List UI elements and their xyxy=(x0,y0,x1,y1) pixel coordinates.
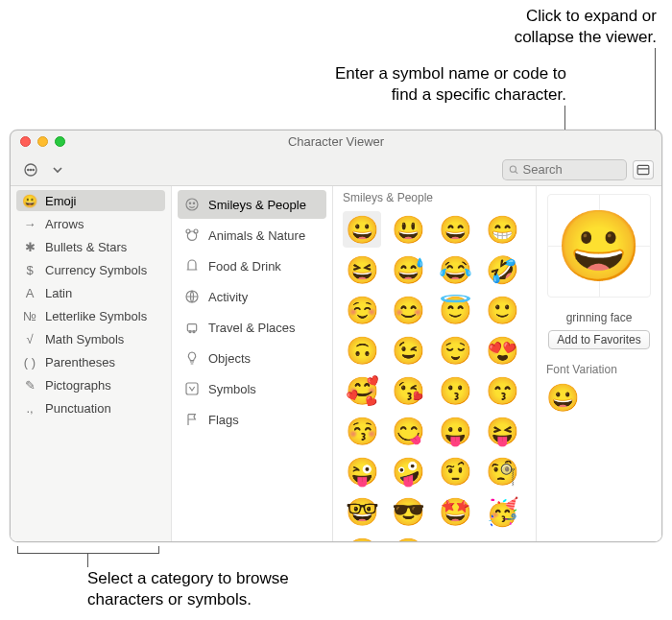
objects-icon xyxy=(183,349,201,367)
sidebar-item-icon: A xyxy=(22,285,37,300)
sidebar-item-emoji[interactable]: 😀Emoji xyxy=(16,190,165,211)
emoji-cell[interactable]: 🤨 xyxy=(437,453,475,489)
sidebar-item-label: Math Symbols xyxy=(45,332,124,346)
subcategory-item-smileys-people[interactable]: Smileys & People xyxy=(178,190,326,219)
emoji-preview: 😀 xyxy=(547,194,651,298)
subcategory-item-label: Food & Drink xyxy=(208,259,281,274)
animal-icon xyxy=(183,227,201,244)
sidebar-item-latin[interactable]: ALatin xyxy=(16,282,165,303)
subcategory-item-activity[interactable]: Activity xyxy=(178,282,326,311)
expand-collapse-button[interactable] xyxy=(633,160,654,179)
svg-point-10 xyxy=(193,203,194,203)
options-menu-button[interactable] xyxy=(18,159,43,180)
sidebar-item-letterlike-symbols[interactable]: №Letterlike Symbols xyxy=(16,305,165,326)
subcategory-item-food-drink[interactable]: Food & Drink xyxy=(178,251,326,280)
sidebar-item-label: Punctuation xyxy=(45,401,111,416)
flags-icon xyxy=(183,411,201,428)
sidebar-item-arrows[interactable]: →Arrows xyxy=(16,213,165,234)
sidebar-item-label: Currency Symbols xyxy=(45,263,147,277)
subcategory-item-travel-places[interactable]: Travel & Places xyxy=(178,313,326,342)
emoji-cell[interactable]: 🤓 xyxy=(343,493,381,530)
sidebar-item-currency-symbols[interactable]: $Currency Symbols xyxy=(16,259,165,280)
category-sidebar: 😀Emoji→Arrows✱Bullets & Stars$Currency S… xyxy=(11,186,172,541)
emoji-cell[interactable]: 😋 xyxy=(390,413,428,449)
annotation-bracket xyxy=(17,546,159,554)
annotation-category: Select a category to browse characters o… xyxy=(87,568,289,610)
emoji-cell[interactable]: 😎 xyxy=(390,493,428,530)
svg-rect-6 xyxy=(637,165,649,174)
emoji-cell[interactable]: 😄 xyxy=(437,211,475,248)
emoji-cell[interactable]: 😜 xyxy=(343,453,381,489)
sidebar-item-icon: → xyxy=(22,216,37,231)
emoji-cell[interactable]: 😁 xyxy=(483,211,521,248)
emoji-cell[interactable]: ☺️ xyxy=(343,292,381,328)
emoji-cell[interactable]: 😃 xyxy=(390,211,428,248)
sidebar-item-label: Bullets & Stars xyxy=(45,240,127,254)
subcategory-item-animals-nature[interactable]: Animals & Nature xyxy=(178,221,326,250)
font-variation-item[interactable]: 😀 xyxy=(546,383,580,413)
emoji-cell[interactable]: 😀 xyxy=(343,211,381,248)
sidebar-item-bullets-stars[interactable]: ✱Bullets & Stars xyxy=(16,236,165,257)
emoji-cell[interactable]: 😛 xyxy=(437,413,475,449)
emoji-cell[interactable]: 🤪 xyxy=(390,453,428,489)
subcategory-item-flags[interactable]: Flags xyxy=(178,405,326,434)
emoji-cell[interactable]: 🧐 xyxy=(483,453,521,489)
emoji-cell[interactable]: 🙃 xyxy=(343,332,381,369)
detail-panel: 😀 grinning face Add to Favorites Font Va… xyxy=(537,186,661,541)
emoji-cell[interactable]: 😂 xyxy=(437,251,475,288)
subcategory-item-label: Objects xyxy=(208,351,251,366)
sidebar-item-punctuation[interactable]: .,Punctuation xyxy=(16,397,165,418)
emoji-cell[interactable]: 😒 xyxy=(390,534,428,541)
emoji-cell[interactable]: 😏 xyxy=(343,534,381,541)
font-variation-label: Font Variation xyxy=(542,363,617,376)
emoji-cell[interactable]: 😅 xyxy=(390,251,428,288)
grid-header: Smileys & People xyxy=(333,186,536,207)
emoji-cell[interactable]: 😝 xyxy=(483,413,521,449)
svg-point-4 xyxy=(510,166,516,172)
subcategory-item-objects[interactable]: Objects xyxy=(178,344,326,372)
search-input[interactable] xyxy=(523,162,621,177)
sidebar-item-icon: $ xyxy=(22,262,37,277)
sidebar-item-icon: ✱ xyxy=(22,239,37,254)
food-icon xyxy=(183,257,201,274)
toolbar xyxy=(11,154,661,186)
emoji-cell[interactable]: 🥳 xyxy=(483,493,521,530)
emoji-cell[interactable]: 🙂 xyxy=(483,292,521,328)
subcategory-sidebar: Smileys & PeopleAnimals & NatureFood & D… xyxy=(172,186,333,541)
add-to-favorites-button[interactable]: Add to Favorites xyxy=(548,330,649,349)
emoji-cell[interactable]: 😘 xyxy=(390,372,428,409)
emoji-cell[interactable]: 🤣 xyxy=(483,251,521,288)
sidebar-item-icon: 😀 xyxy=(22,193,37,208)
emoji-cell[interactable]: 😙 xyxy=(483,372,521,409)
emoji-cell[interactable]: 😍 xyxy=(483,332,521,369)
emoji-cell[interactable]: 😆 xyxy=(343,251,381,288)
emoji-cell[interactable]: 😉 xyxy=(390,332,428,369)
emoji-cell[interactable]: 🥰 xyxy=(343,372,381,409)
character-viewer-window: Character Viewer 😀Emoji→Arrows✱Bullets &… xyxy=(10,130,662,542)
emoji-cell[interactable]: 😗 xyxy=(437,372,475,409)
emoji-cell[interactable]: 😇 xyxy=(437,292,475,328)
dropdown-chevron-button[interactable] xyxy=(49,159,66,180)
svg-rect-18 xyxy=(186,383,198,394)
search-field[interactable] xyxy=(502,159,627,180)
sidebar-item-pictographs[interactable]: ✎Pictographs xyxy=(16,374,165,395)
symbols-icon xyxy=(183,380,201,397)
window-title: Character Viewer xyxy=(11,134,661,149)
svg-point-3 xyxy=(33,169,34,170)
sidebar-item-label: Emoji xyxy=(45,194,77,208)
svg-line-5 xyxy=(516,171,518,174)
sidebar-item-label: Letterlike Symbols xyxy=(45,309,147,323)
subcategory-item-symbols[interactable]: Symbols xyxy=(178,374,326,403)
sidebar-item-icon: ., xyxy=(22,400,37,416)
emoji-cell[interactable]: 😌 xyxy=(437,332,475,369)
sidebar-item-parentheses[interactable]: ( )Parentheses xyxy=(16,351,165,372)
activity-icon xyxy=(183,288,201,305)
titlebar: Character Viewer xyxy=(11,131,661,154)
emoji-cell[interactable]: 😚 xyxy=(343,413,381,449)
emoji-cell[interactable]: 🤩 xyxy=(437,493,475,530)
sidebar-item-math-symbols[interactable]: √Math Symbols xyxy=(16,328,165,349)
annotation-search: Enter a symbol name or code to find a sp… xyxy=(335,63,566,106)
emoji-cell[interactable]: 😊 xyxy=(390,292,428,328)
annotation-expand: Click to expand or collapse the viewer. xyxy=(515,6,657,48)
svg-point-2 xyxy=(30,169,31,170)
